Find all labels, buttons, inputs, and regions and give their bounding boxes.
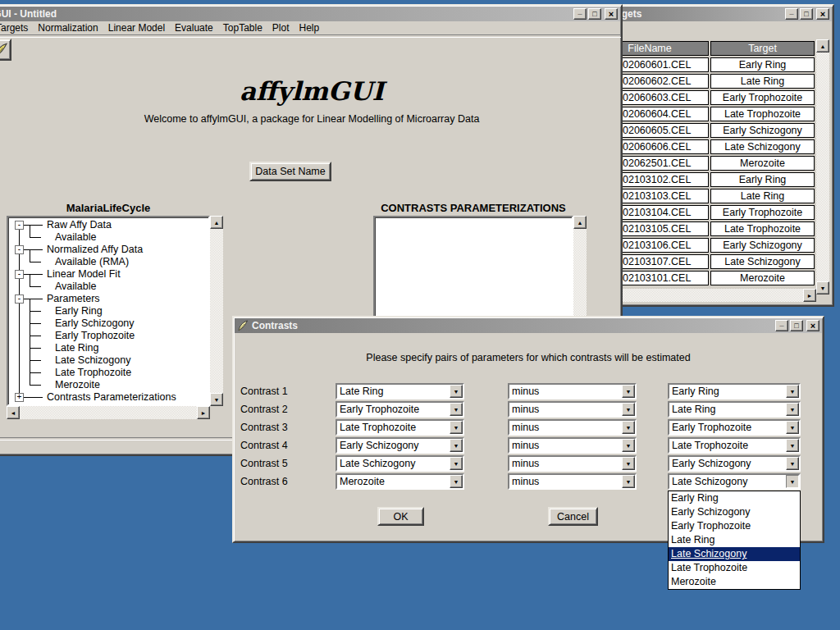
contrast-right-combobox[interactable]: Late Schizogony ▼ [668,473,801,490]
target-cell[interactable]: Early Trophozoite [710,205,815,220]
chevron-down-icon[interactable]: ▼ [622,457,635,470]
ok-button[interactable]: OK [377,507,424,526]
tree-collapse-icon[interactable]: - [15,221,24,230]
tree-node-early-schizogony[interactable]: Early Schizogony [55,317,135,330]
tree-node-linear-model-fit[interactable]: Linear Model Fit [47,268,121,281]
dropdown-option[interactable]: Late Trophozoite [669,561,800,575]
chevron-down-icon[interactable]: ▼ [622,421,635,434]
target-cell[interactable]: Early Schizogony [710,238,815,253]
chevron-down-icon[interactable]: ▼ [786,403,799,416]
menu-item[interactable]: Help [299,22,320,34]
target-cell[interactable]: Early Trophozoite [710,90,815,105]
menu-item[interactable]: Normalization [38,22,98,34]
main-titlebar[interactable]: affylmGUI - Untitled [0,7,620,21]
contrast-right-combobox[interactable]: Early Ring ▼ [668,383,801,399]
tree-node-normalized-affy-data[interactable]: Normalized Affy Data [47,244,143,256]
target-cell[interactable]: Late Ring [710,189,815,203]
target-cell[interactable]: Early Ring [710,172,815,187]
tree-node-late-trophozoite[interactable]: Late Trophozoite [55,367,131,379]
scroll-down-icon[interactable]: ▼ [816,281,829,294]
scroll-up-icon[interactable]: ▲ [573,216,587,229]
chevron-down-icon[interactable]: ▼ [786,439,799,452]
minimize-button[interactable]: _ [573,8,587,20]
maximize-button[interactable]: □ [588,8,601,20]
scroll-up-icon[interactable]: ▲ [210,216,223,229]
data-set-name-button[interactable]: Data Set Name [249,162,331,181]
menu-item[interactable]: Plot [272,22,290,34]
contrast-right-combobox[interactable]: Late Ring ▼ [668,401,801,418]
chevron-down-icon[interactable]: ▼ [622,403,635,416]
contrast-operator-combobox[interactable]: minus ▼ [508,455,637,472]
dialog-titlebar[interactable]: Contrasts [235,318,822,333]
chevron-down-icon[interactable]: ▼ [622,385,635,398]
maximize-button[interactable]: □ [790,320,803,331]
target-cell[interactable]: Late Trophozoite [710,221,815,236]
tree-node-late-schizogony[interactable]: Late Schizogony [55,354,130,367]
tree-collapse-icon[interactable]: - [15,245,24,254]
toolbar-new-file-button[interactable] [0,39,11,61]
target-cell[interactable]: Merozoite [710,156,815,171]
dropdown-option[interactable]: Late Ring [669,533,800,547]
tree-node-parameters[interactable]: Parameters [47,293,100,305]
contrast-operator-combobox[interactable]: minus ▼ [508,419,637,436]
menu-item[interactable]: Linear Model [108,22,165,34]
tree-node-late-ring[interactable]: Late Ring [55,342,99,354]
target-cell[interactable]: Late Trophozoite [710,107,815,121]
chevron-down-icon[interactable]: ▼ [786,385,799,398]
close-button[interactable]: × [816,8,829,20]
target-cell[interactable]: Early Ring [710,57,815,72]
targets-horizontal-scrollbar[interactable]: ◄ ► [589,289,816,302]
targets-vertical-scrollbar[interactable]: ▲ ▼ [816,39,829,294]
contrast-right-combobox[interactable]: Late Trophozoite ▼ [668,437,801,454]
contrast-left-combobox[interactable]: Early Schizogony ▼ [336,437,464,454]
scroll-down-icon[interactable]: ▼ [210,393,223,406]
dropdown-option[interactable]: Late Schizogony [669,547,800,561]
chevron-down-icon[interactable]: ▼ [786,475,799,488]
contrast-left-combobox[interactable]: Late Trophozoite ▼ [336,419,464,436]
tree-node-raw-affy-data[interactable]: Raw Affy Data [47,219,112,231]
chevron-down-icon[interactable]: ▼ [786,457,799,470]
close-button[interactable]: × [605,8,618,20]
contrast-right-combobox[interactable]: Early Schizogony ▼ [668,455,801,472]
target-cell[interactable]: Late Schizogony [710,139,815,154]
tree-node-available[interactable]: Available [55,231,97,244]
scroll-left-icon[interactable]: ◄ [7,406,20,419]
tree-collapse-icon[interactable]: - [15,270,24,279]
tree-collapse-icon[interactable]: - [15,294,24,304]
dropdown-option[interactable]: Early Trophozoite [669,519,800,533]
column-header-target[interactable]: Target [710,41,815,56]
dropdown-option[interactable]: Early Schizogony [669,505,800,519]
cancel-button[interactable]: Cancel [548,507,598,526]
tree-node-early-ring[interactable]: Early Ring [55,305,103,317]
tree-expand-icon[interactable]: + [15,393,24,402]
chevron-down-icon[interactable]: ▼ [450,385,463,398]
target-cell[interactable]: Late Ring [710,74,815,89]
menu-item[interactable]: Evaluate [175,22,213,34]
tree-node-available-rma-[interactable]: Available (RMA) [55,256,129,268]
target-cell[interactable]: Merozoite [710,271,815,285]
contrast-operator-combobox[interactable]: minus ▼ [508,473,637,490]
contrast-left-combobox[interactable]: Late Schizogony ▼ [336,455,464,472]
chevron-down-icon[interactable]: ▼ [450,457,463,470]
chevron-down-icon[interactable]: ▼ [450,403,463,416]
contrast-operator-combobox[interactable]: minus ▼ [508,437,637,454]
close-button[interactable]: × [806,320,819,331]
dropdown-option[interactable]: Early Ring [669,491,800,505]
tree-vertical-scrollbar[interactable]: ▲ ▼ [210,216,223,406]
scroll-right-icon[interactable]: ► [197,406,210,419]
maximize-button[interactable]: □ [800,8,813,20]
chevron-down-icon[interactable]: ▼ [450,439,463,452]
minimize-button[interactable]: _ [785,8,798,20]
contrast-left-combobox[interactable]: Early Trophozoite ▼ [336,401,464,418]
menu-item[interactable]: TopTable [223,22,262,34]
dropdown-option[interactable]: Merozoite [669,575,800,589]
menu-item[interactable]: Targets [0,22,28,34]
chevron-down-icon[interactable]: ▼ [450,421,463,434]
scroll-right-icon[interactable]: ► [803,289,816,302]
tree-horizontal-scrollbar[interactable]: ◄ ► [7,406,210,419]
scroll-up-icon[interactable]: ▲ [816,39,829,52]
chevron-down-icon[interactable]: ▼ [786,421,799,434]
tree-node-available[interactable]: Available [55,281,97,293]
target-cell[interactable]: Early Schizogony [710,123,815,138]
contrast-left-combobox[interactable]: Late Ring ▼ [336,383,464,399]
